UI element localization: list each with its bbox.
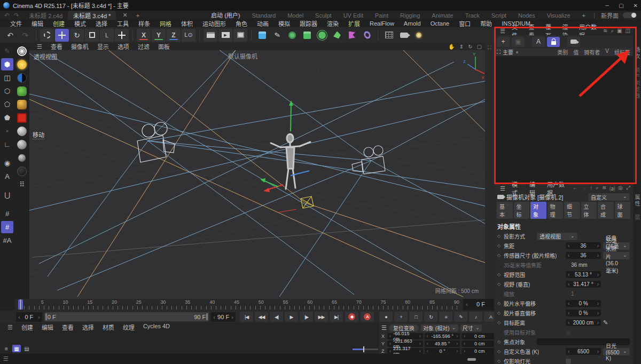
frame-spinner[interactable]: 0 F xyxy=(464,299,498,309)
view-label[interactable]: 透视视图 xyxy=(34,52,57,61)
sensor-field[interactable]: 36 xyxy=(566,252,601,259)
material-sphere-icon[interactable] xyxy=(16,152,28,164)
lights-only-checkbox[interactable] xyxy=(566,359,571,364)
film-horizontal-field[interactable]: 0 % xyxy=(566,300,601,307)
viewport-solo-off-button[interactable]: ◉ xyxy=(1,157,13,169)
model-mode-button[interactable]: ⬢ xyxy=(1,58,13,70)
filter-icon[interactable]: ≋ xyxy=(602,185,606,193)
undo-icon[interactable]: ↶ xyxy=(4,12,10,19)
record-mode-button[interactable]: □ xyxy=(409,312,423,322)
attribute-tab[interactable]: 对象 xyxy=(530,202,546,219)
new-document-icon[interactable]: + xyxy=(134,12,142,19)
menu-icon[interactable]: ☰ xyxy=(3,324,17,331)
layout-tab[interactable]: Nodes xyxy=(513,12,541,19)
add-generator-button[interactable] xyxy=(285,29,299,42)
viewport-menu-item[interactable]: 过滤 xyxy=(134,42,154,51)
grid-view-icon[interactable]: ▦ xyxy=(12,345,21,352)
render-settings-button[interactable] xyxy=(233,29,247,42)
take-column-header[interactable]: 拥有者 xyxy=(584,48,600,56)
layout-tab[interactable]: Rigging xyxy=(395,12,425,19)
layout-tab[interactable]: Sculpt xyxy=(310,12,337,19)
zoom-view-icon[interactable]: ⇕ xyxy=(459,44,464,50)
add-light-button[interactable] xyxy=(412,29,426,42)
forward-icon[interactable]: → xyxy=(581,185,587,193)
transport-button[interactable]: ◀◀ xyxy=(255,312,268,322)
enable-axis-button[interactable]: ∟ xyxy=(1,138,13,151)
take-column-header[interactable]: V xyxy=(605,48,609,56)
material-sphere-icon[interactable] xyxy=(16,125,28,137)
pick-target-icon[interactable]: ✎ xyxy=(603,319,608,326)
transport-button[interactable]: ▶▶ xyxy=(315,312,328,322)
filter-icon[interactable]: ≋ xyxy=(603,28,607,34)
record-mode-button[interactable]: ♪ xyxy=(469,312,482,322)
close-button[interactable]: ✕ xyxy=(634,3,638,9)
add-layout-icon[interactable]: + xyxy=(580,12,588,19)
detach-panel-icon[interactable]: ⛶ xyxy=(488,45,491,51)
search-icon[interactable]: ⌕ xyxy=(611,28,614,34)
pan-view-icon[interactable]: ✋ xyxy=(448,44,455,50)
transport-button[interactable]: |▶ xyxy=(300,312,313,322)
maximize-button[interactable]: ▢ xyxy=(619,3,623,9)
record-mode-button[interactable]: ✎ xyxy=(454,312,467,322)
lock-z-axis-button[interactable]: Z xyxy=(167,29,181,42)
mol-sphere-icon[interactable] xyxy=(16,165,28,177)
scale-tool[interactable] xyxy=(85,29,99,42)
attribute-tab[interactable]: 物理 xyxy=(548,202,564,219)
frame-range-slider[interactable]: 0 F 90 F xyxy=(44,312,209,321)
viewport-menu-item[interactable]: 面板 xyxy=(154,42,174,51)
timeline-ruler[interactable]: 051015202530354045505560657075808590 xyxy=(15,299,463,311)
take-column-header[interactable]: 组标签 xyxy=(614,48,630,56)
new-take-button[interactable]: + xyxy=(497,37,510,47)
material-menu-item[interactable]: 纹理 xyxy=(119,323,139,331)
edges-mode-button[interactable]: ⬠ xyxy=(1,98,13,110)
menu-item[interactable]: 窗口 xyxy=(454,19,475,28)
enable-snap-button[interactable]: ⋃ xyxy=(1,189,13,201)
display-mode-icon[interactable] xyxy=(16,72,28,84)
viewport-canvas[interactable]: Y X Z 透视视图 默认摄像机 移动 网格间距 : 500 cm xyxy=(29,50,485,299)
fov-vertical-field[interactable]: 31.417 ° xyxy=(566,281,601,288)
material-menu-item[interactable]: 材质 xyxy=(98,323,119,331)
toggle-view-icon[interactable]: ▢ xyxy=(477,44,482,50)
layout-tab[interactable]: Standard xyxy=(246,12,281,19)
transport-button[interactable]: |◀ xyxy=(240,312,253,322)
viewport-menu-item[interactable]: 查看 xyxy=(46,42,67,51)
render-picture-viewer-button[interactable]: ▶ xyxy=(218,29,232,42)
layout-tab[interactable]: Animate xyxy=(426,12,458,19)
section-title[interactable]: 对象属性 xyxy=(494,219,633,232)
menu-item[interactable]: 扩展 xyxy=(343,19,365,28)
menu-item[interactable]: 样条 xyxy=(134,19,155,28)
viewport-solo-single-button[interactable]: A xyxy=(1,170,13,183)
vegetation-asset-icon[interactable] xyxy=(16,85,28,97)
coordinate-mode-dropdown[interactable]: 对象 (相对) xyxy=(421,325,458,331)
expand-all-icon[interactable]: ⛶ xyxy=(497,49,501,56)
up-icon[interactable]: ↑ xyxy=(590,185,592,193)
main-take-label[interactable]: 主要 xyxy=(503,48,513,56)
add-subdivision-button[interactable] xyxy=(300,29,314,42)
target-distance-field[interactable]: 2000 cm xyxy=(566,319,601,326)
material-menu-item[interactable]: 编辑 xyxy=(37,323,58,331)
list-view-icon[interactable]: ≡ xyxy=(2,345,11,352)
playhead[interactable] xyxy=(18,299,23,310)
icon-size-slider[interactable] xyxy=(353,349,378,350)
rotate-tool[interactable]: ↻ xyxy=(70,29,84,42)
scrollbar-nub[interactable] xyxy=(467,358,476,361)
take-tree-area[interactable] xyxy=(494,56,633,184)
new-ui-toggle[interactable] xyxy=(623,12,637,18)
menu-item[interactable]: Arnold xyxy=(399,20,426,27)
menu-item[interactable]: 动画 xyxy=(252,19,273,28)
color-temperature-field[interactable]: 6500 xyxy=(566,348,601,355)
add-spline-button[interactable]: ✎ xyxy=(270,29,284,42)
transport-button[interactable]: ▶ xyxy=(285,312,298,322)
auto-take-button[interactable]: A xyxy=(532,37,545,47)
fov-field[interactable]: 53.13 ° xyxy=(566,271,601,278)
film-vertical-field[interactable]: 0 % xyxy=(566,310,601,316)
attribute-tab[interactable]: 立体 xyxy=(581,202,597,219)
document-tab[interactable]: 未标题 3.c4d * xyxy=(68,11,116,20)
move-tool[interactable] xyxy=(55,29,69,42)
size-field[interactable]: 0 cm xyxy=(462,341,497,347)
add-camera-button[interactable] xyxy=(397,29,411,42)
transport-button[interactable]: ▶| xyxy=(330,312,343,322)
record-mode-button[interactable]: ≡ xyxy=(439,312,452,322)
position-field[interactable]: 231.317 cm xyxy=(387,348,423,354)
rotation-field[interactable]: 0 ° xyxy=(425,348,460,354)
